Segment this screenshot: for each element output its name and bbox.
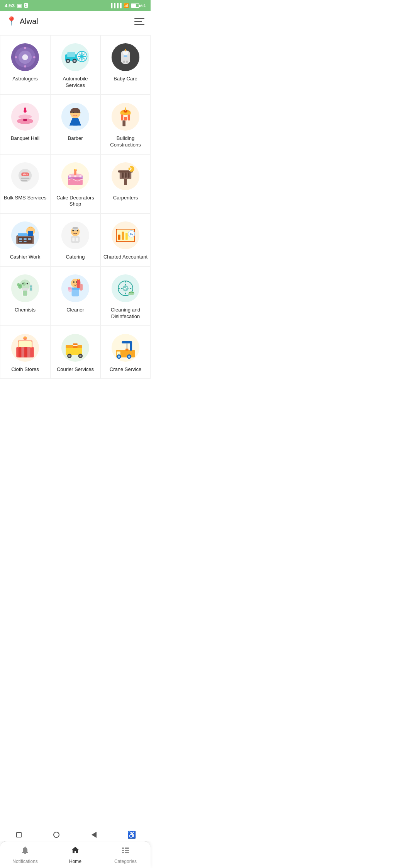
svg-rect-160 [125,349,129,351]
svg-point-59 [75,169,76,170]
svg-rect-158 [122,341,132,344]
svg-text:SMS: SMS [22,173,28,176]
category-item-cleaning-disinfection[interactable]: Cleaning and Disinfecation [100,266,151,326]
svg-point-6 [15,56,17,58]
header-left: 📍 Alwal [6,16,38,26]
svg-rect-79 [18,233,28,237]
svg-rect-140 [19,341,32,347]
category-item-carpenters[interactable]: Carpenters [100,154,151,214]
category-icon-cleaning-disinfection [111,274,140,303]
category-icon-courier-services [61,333,90,363]
category-label-cleaning-disinfection: Cleaning and Disinfecation [103,307,148,320]
battery-fill [132,4,136,7]
category-item-baby-care[interactable]: Baby Care [100,35,151,95]
svg-rect-78 [24,242,27,243]
svg-rect-90 [71,236,80,243]
category-item-barber[interactable]: Barber [50,95,100,154]
svg-point-150 [112,334,139,362]
svg-rect-126 [80,284,83,291]
svg-rect-42 [124,117,127,121]
category-label-barber: Barber [68,135,83,142]
svg-point-89 [72,227,78,229]
svg-rect-39 [122,120,125,126]
svg-point-86 [72,230,74,231]
hamburger-menu[interactable] [134,18,144,25]
category-item-cashier-work[interactable]: Cashier Work [0,213,50,266]
category-item-charted-accountant[interactable]: % Charted Accountant [100,213,151,266]
app-icon: Σ [24,3,28,8]
category-label-carpenters: Carpenters [113,195,138,201]
category-item-automobile[interactable]: Automobile Services [50,35,100,95]
category-icon-cake-decorators [61,162,90,191]
category-icon-bulk-sms: SMS [10,162,40,191]
status-left: 4:53 ▣ Σ [5,3,28,9]
svg-point-156 [128,356,131,358]
svg-rect-45 [125,107,126,110]
location-name: Alwal [20,17,38,26]
category-icon-astrologers [10,43,40,72]
sim-icon: ▣ [17,3,22,9]
svg-point-28 [24,107,26,110]
time: 4:53 [5,3,15,9]
category-label-cleaner: Cleaner [66,307,84,313]
svg-rect-40 [121,114,124,120]
wifi-icon: 📶 [124,3,129,8]
header: 📍 Alwal [0,11,151,32]
svg-point-3 [22,54,28,60]
svg-rect-49 [21,180,27,181]
svg-rect-10 [67,52,75,57]
category-item-cleaner[interactable]: Cleaner [50,266,100,326]
category-item-crane-service[interactable]: Crane Service [100,326,151,379]
battery-level: 61 [141,3,146,8]
category-item-cloth-stores[interactable]: Cloth Stores [0,326,50,379]
category-item-astrologers[interactable]: Astrologers [0,35,50,95]
svg-point-60 [69,175,71,177]
category-label-chemists: Chemists [15,307,36,313]
svg-rect-98 [122,232,124,240]
svg-point-27 [24,110,27,113]
svg-rect-76 [28,238,31,240]
category-label-cashier-work: Cashier Work [10,254,41,260]
hamburger-line-3 [134,24,144,25]
svg-point-35 [77,112,79,115]
svg-rect-99 [125,233,128,240]
svg-rect-75 [24,238,27,240]
svg-point-149 [79,355,81,357]
hamburger-line-2 [134,21,142,22]
category-label-crane-service: Crane Service [110,366,141,373]
svg-point-147 [68,355,71,357]
svg-rect-74 [19,238,22,240]
svg-point-93 [74,230,76,231]
category-icon-cashier-work [10,221,40,250]
category-label-banquet-hall: Banquet Hall [11,135,39,142]
category-item-bulk-sms[interactable]: SMS Bulk SMS Services [0,154,50,214]
category-icon-banquet-hall [10,102,40,131]
svg-point-113 [17,283,20,286]
svg-point-20 [123,61,125,63]
svg-rect-136 [19,347,22,357]
svg-rect-115 [30,286,32,288]
svg-point-62 [79,175,81,177]
category-item-banquet-hall[interactable]: Banquet Hall [0,95,50,154]
svg-rect-69 [128,172,130,177]
svg-rect-97 [118,235,120,240]
hamburger-line-1 [134,18,144,19]
svg-point-4 [24,47,26,49]
category-item-cake-decorators[interactable]: Cake Decorators Shop [50,154,100,214]
category-item-building-constructions[interactable]: Building Constructions [100,95,151,154]
svg-point-34 [72,112,74,115]
category-icon-crane-service [111,333,140,363]
svg-point-87 [77,230,78,231]
category-item-chemists[interactable]: Chemists [0,266,50,326]
category-item-catering[interactable]: Catering [50,213,100,266]
svg-rect-41 [128,114,130,120]
svg-point-128 [68,287,71,290]
svg-rect-66 [124,179,127,185]
svg-rect-139 [27,347,31,357]
category-icon-baby-care [111,43,140,72]
svg-point-14 [73,60,76,62]
category-icon-charted-accountant: % [111,221,140,250]
category-icon-chemists [10,274,40,303]
category-item-courier-services[interactable]: Courier Services [50,326,100,379]
svg-point-26 [19,114,32,119]
